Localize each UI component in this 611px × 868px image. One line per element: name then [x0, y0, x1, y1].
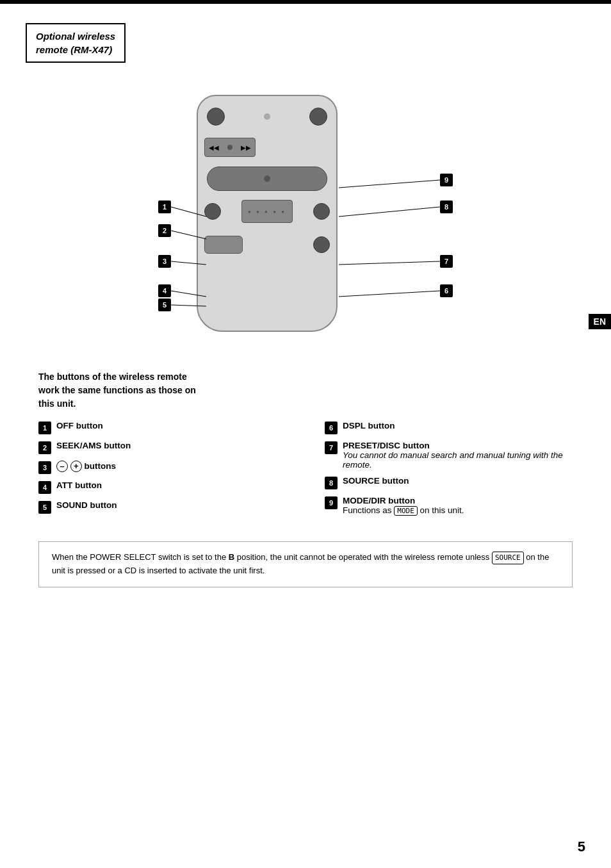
callout-2: 2: [158, 224, 171, 237]
remote-inner: ◀◀ ▶▶ ● ● ● ● ●: [198, 96, 336, 331]
svg-line-6: [339, 261, 440, 265]
badge-4: 4: [38, 481, 51, 494]
badge-5: 5: [38, 501, 51, 514]
item-8: 8 SOURCE button: [325, 476, 573, 489]
desc-columns: 1 OFF button 2 SEEK/AMS button 3 – + but…: [38, 421, 573, 522]
remote-dot-row: ● ● ● ● ●: [204, 200, 330, 223]
item-3-text: – + buttons: [56, 461, 116, 472]
remote-btn-center-top: [264, 113, 270, 120]
remote-btn-top-right: [309, 108, 327, 126]
svg-line-8: [339, 180, 440, 188]
item-7-text: PRESET/DISC button You cannot do manual …: [343, 441, 573, 470]
seek-minus-icon: ◀◀: [209, 144, 219, 151]
desc-col-left: 1 OFF button 2 SEEK/AMS button 3 – + but…: [38, 421, 286, 522]
svg-line-7: [339, 207, 440, 217]
plus-btn: +: [70, 461, 82, 472]
item-5: 5 SOUND button: [38, 500, 286, 514]
seek-plus-icon: ▶▶: [241, 144, 251, 151]
badge-3: 3: [38, 461, 51, 474]
remote-top-buttons: [207, 108, 327, 126]
svg-line-5: [339, 291, 440, 297]
page-number: 5: [578, 839, 585, 855]
remote-rect-row: [204, 236, 330, 254]
item-6-text: DSPL button: [343, 421, 395, 430]
remote-rect-left: [204, 236, 243, 254]
item-9-text: MODE/DIR button Functions as MODE on thi…: [343, 496, 464, 516]
desc-header: The buttons of the wireless remotework t…: [38, 370, 573, 411]
minus-btn: –: [56, 461, 68, 472]
callout-9: 9: [440, 174, 453, 186]
callout-7: 7: [440, 255, 453, 268]
badge-6: 6: [325, 422, 338, 434]
remote-round-bottom: [313, 236, 330, 253]
item-6: 6 DSPL button: [325, 421, 573, 434]
item-4: 4 ATT button: [38, 480, 286, 494]
item-3: 3 – + buttons: [38, 461, 286, 474]
title-box: Optional wireless remote (RM-X47): [26, 23, 126, 63]
callout-1: 1: [158, 201, 171, 213]
item-1: 1 OFF button: [38, 421, 286, 434]
callout-5: 5: [158, 299, 171, 311]
remote-circle-left: [204, 203, 221, 220]
title-line1: Optional wireless: [36, 29, 115, 43]
source-inline-btn: SOURCE: [492, 552, 524, 564]
oval-dot: [264, 176, 270, 182]
callout-6: 6: [440, 284, 453, 297]
item-1-text: OFF button: [56, 421, 103, 430]
item-2: 2 SEEK/AMS button: [38, 441, 286, 454]
note-text-before: When the POWER SELECT switch is set to t…: [52, 552, 549, 575]
en-tab: EN: [589, 314, 611, 329]
dots-text: ● ● ● ● ●: [248, 209, 286, 215]
remote-oval-row: [207, 167, 327, 191]
diagram-area: 1 2 3 4 5 6 7 8 9 ◀◀: [107, 82, 504, 351]
item-9: 9 MODE/DIR button Functions as MODE on t…: [325, 496, 573, 516]
badge-1: 1: [38, 422, 51, 434]
badge-7: 7: [325, 441, 338, 454]
badge-9: 9: [325, 496, 338, 509]
description-section: The buttons of the wireless remotework t…: [26, 370, 585, 522]
callout-8: 8: [440, 201, 453, 213]
remote-oval-btn: [207, 167, 327, 191]
item-4-text: ATT button: [56, 480, 102, 490]
badge-2: 2: [38, 441, 51, 454]
desc-col-right: 6 DSPL button 7 PRESET/DISC button You c…: [325, 421, 573, 522]
item-7: 7 PRESET/DISC button You cannot do manua…: [325, 441, 573, 470]
seek-dot: [227, 145, 232, 150]
remote-seek-row: ◀◀ ▶▶: [204, 138, 330, 157]
badge-8: 8: [325, 477, 338, 489]
item-8-text: SOURCE button: [343, 476, 409, 486]
callout-3: 3: [158, 255, 171, 268]
remote-seek-btn: ◀◀ ▶▶: [204, 138, 256, 157]
callout-4: 4: [158, 284, 171, 297]
item-2-text: SEEK/AMS button: [56, 441, 131, 450]
title-line2: remote (RM-X47): [36, 43, 115, 56]
bold-b: B: [229, 552, 234, 562]
remote-body: ◀◀ ▶▶ ● ● ● ● ●: [197, 95, 338, 332]
item-5-text: SOUND button: [56, 500, 117, 510]
note-box: When the POWER SELECT switch is set to t…: [38, 541, 573, 587]
remote-btn-off: [207, 108, 225, 126]
remote-circle-right: [313, 203, 330, 220]
remote-dots: ● ● ● ● ●: [241, 200, 293, 223]
mode-inline-btn: MODE: [394, 506, 418, 516]
